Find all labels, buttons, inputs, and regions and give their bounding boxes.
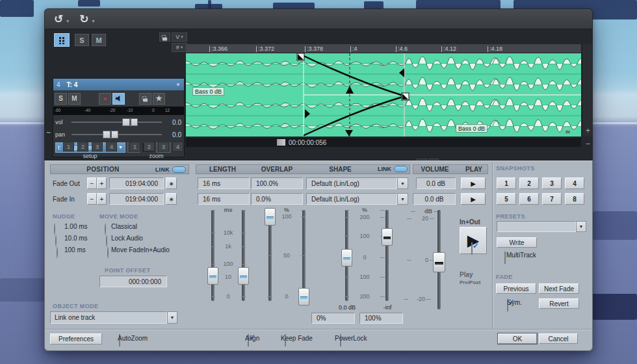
shape-out-dropdown-button[interactable]: ▼	[397, 177, 408, 189]
shape-in-dropdown[interactable]: Default (Lin/Log)	[306, 193, 397, 205]
crossfade-wave-display[interactable]: Bass 0 dB Bass 0 dB	[186, 53, 581, 136]
scrollbar-thumb[interactable]	[277, 139, 285, 146]
snapshot-5-button[interactable]: 5	[497, 193, 516, 205]
play-fade-in-button[interactable]: ▶	[461, 193, 486, 205]
zoom-2-button[interactable]: 2	[144, 142, 155, 151]
length-out-slider[interactable]	[211, 210, 214, 301]
solo-global-button[interactable]: S	[75, 34, 89, 46]
vol-slider-handle[interactable]	[122, 118, 138, 126]
fade-out-plus-button[interactable]: +	[97, 177, 107, 189]
fade-out-snap-button[interactable]: ∗	[166, 177, 177, 189]
shape-out-dropdown[interactable]: Default (Lin/Log)	[306, 177, 397, 189]
wave-scrollbar[interactable]: 00:00:00:056	[186, 138, 581, 147]
fade-marker-up[interactable]	[346, 86, 354, 94]
object-mode-dropdown[interactable]: Link one track	[50, 311, 167, 324]
length-in-slider[interactable]	[242, 210, 245, 301]
cancel-button[interactable]: Cancel	[539, 333, 578, 344]
redo-icon[interactable]: ↻	[79, 14, 88, 25]
fade-in-position-field[interactable]: 019:04:000	[109, 193, 164, 205]
undo-icon[interactable]: ↺	[54, 14, 63, 25]
snapshot-3-button[interactable]: 3	[542, 177, 562, 189]
fade-marker-down[interactable]	[345, 130, 353, 136]
snapshot-4-button[interactable]: 4	[565, 177, 584, 189]
volume-handle[interactable]	[433, 252, 445, 272]
setup-3-button[interactable]: 3	[92, 142, 103, 151]
fade-in-plus-button[interactable]: +	[97, 193, 107, 205]
vzoom-in-button[interactable]: +	[582, 126, 593, 135]
track-star-button[interactable]: ★	[153, 93, 165, 105]
vol-slider[interactable]	[72, 122, 162, 123]
snapshot-6-button[interactable]: 6	[519, 193, 539, 205]
nudge-100ms-radio[interactable]	[57, 246, 58, 259]
write-button[interactable]: Write	[497, 237, 537, 248]
shape-out-percent-field[interactable]: 0%	[311, 313, 355, 324]
track-solo-button[interactable]: S	[55, 93, 67, 105]
crossfade-meet-handle[interactable]	[402, 93, 409, 100]
object-mode-dropdown-button[interactable]: ▼	[167, 311, 177, 324]
pan-slider-handle[interactable]	[103, 131, 118, 138]
presets-dropdown-button[interactable]: ▼	[576, 221, 586, 232]
fade-in-snap-button[interactable]: ∗	[166, 193, 177, 205]
zoom-3-button[interactable]: 3	[158, 142, 169, 151]
shape-in-percent-field[interactable]: 100%	[359, 313, 403, 324]
play-fade-out-button[interactable]: ▶	[461, 177, 486, 189]
ok-button[interactable]: OK	[498, 333, 537, 344]
track-lock-button[interactable]	[139, 93, 151, 105]
setup-2-button[interactable]: 2	[77, 142, 88, 151]
object-grid-button[interactable]	[54, 33, 70, 47]
timeline-ruler[interactable]: :3.366 :3.372 :3.378 :4 :4.6 :4.12 :4.18	[186, 44, 581, 53]
length-in-field[interactable]: 16 ms	[198, 193, 250, 205]
length-out-handle[interactable]	[207, 267, 218, 285]
link-toggle[interactable]	[394, 166, 408, 172]
volume-in-field[interactable]: 0.0 dB	[413, 193, 456, 205]
grid-mode-button[interactable]: # ▾	[172, 43, 187, 52]
link-toggle[interactable]	[172, 166, 186, 173]
fade-out-curve[interactable]	[301, 55, 405, 96]
fade-out-position-field[interactable]: 019:04:000	[109, 177, 164, 189]
next-fade-button[interactable]: Next Fade	[539, 283, 579, 294]
fade-in-minus-button[interactable]: −	[87, 193, 97, 205]
zoom-4-button[interactable]: 4	[172, 142, 183, 151]
position-link[interactable]: LINK	[155, 166, 186, 173]
fade-marker-left[interactable]	[399, 68, 404, 77]
pan-slider[interactable]	[72, 134, 162, 135]
move-classical-radio[interactable]	[105, 223, 106, 235]
revert-button[interactable]: Revert	[539, 298, 579, 309]
track-monitor-button[interactable]	[112, 93, 125, 105]
snapshot-7-button[interactable]: 7	[542, 193, 562, 205]
overlap-out-handle[interactable]	[265, 208, 276, 226]
volume-out-field[interactable]: 0.0 dB	[416, 177, 456, 189]
undo-caret-icon[interactable]: ▾	[66, 18, 69, 24]
multitrack-checkbox[interactable]	[504, 252, 506, 264]
snapshot-8-button[interactable]: 8	[565, 193, 584, 205]
previous-fade-button[interactable]: Previous	[496, 283, 536, 294]
nudge-1ms-radio[interactable]	[54, 223, 55, 235]
snapshot-1-button[interactable]: 1	[497, 177, 516, 189]
length-out-field[interactable]: 16 ms	[198, 177, 250, 189]
shape-in-handle[interactable]	[382, 228, 393, 246]
zoom-1-button[interactable]: 1	[129, 142, 140, 151]
mute-global-button[interactable]: M	[92, 34, 106, 46]
fade-out-minus-button[interactable]: −	[87, 177, 97, 189]
track-header[interactable]: 4 T: 4 ▼	[53, 79, 184, 90]
move-lock-audio-radio[interactable]	[106, 235, 107, 247]
shape-out-handle[interactable]	[341, 249, 352, 266]
fade-marker-right[interactable]	[305, 109, 310, 118]
track-collapse-icon[interactable]: ▼	[176, 82, 181, 88]
fade-out-start-handle[interactable]	[297, 53, 304, 60]
lock-tool-button[interactable]	[159, 32, 170, 42]
shape-link[interactable]: LINK	[378, 166, 408, 172]
overlap-in-handle[interactable]	[298, 288, 309, 306]
snapshot-2-button[interactable]: 2	[519, 177, 539, 189]
track-record-button[interactable]: ●	[99, 93, 111, 105]
presets-dropdown[interactable]	[497, 221, 576, 232]
redo-caret-icon[interactable]: ▾	[92, 18, 95, 24]
play-prepost-checkbox[interactable]	[471, 242, 473, 255]
setup-1-button[interactable]: 1	[63, 142, 74, 151]
point-offset-field[interactable]: 000:00:000	[99, 276, 167, 287]
overlap-in-field[interactable]: 0.0%	[251, 193, 303, 205]
track-mute-button[interactable]: M	[68, 93, 81, 105]
vzoom-out-button[interactable]: −	[582, 139, 593, 148]
nudge-10ms-radio[interactable]	[55, 235, 57, 247]
shape-in-slider[interactable]	[385, 210, 389, 301]
